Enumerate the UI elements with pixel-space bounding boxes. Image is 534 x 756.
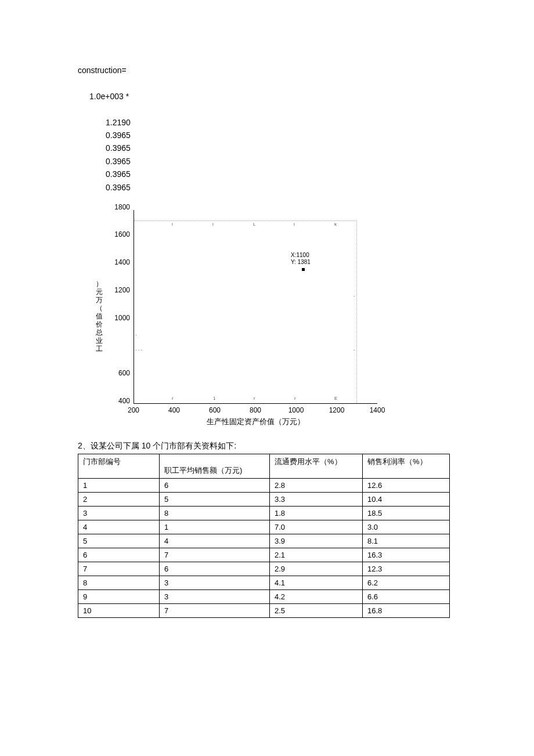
cell: 7 [78, 562, 160, 576]
table-row: 3 8 1.8 18.5 [78, 506, 450, 520]
matlab-output-block: construction= 1.0e+003 * 1.2190 0.3965 0… [78, 64, 534, 194]
cell: 4.1 [270, 576, 363, 589]
cell: 12.6 [363, 478, 450, 492]
plot-frame [134, 220, 357, 403]
cell: 3.9 [270, 534, 363, 548]
y-tick: 1800 [107, 203, 130, 211]
cell: 6.2 [363, 576, 450, 589]
value-row: 0.3965 [78, 142, 534, 154]
cell: 4.2 [270, 589, 363, 603]
y-tick: 1600 [107, 230, 130, 238]
axis-artifact: i [294, 222, 295, 227]
plot-area: i i L i k - - - - - - r 1 r r E X:1100 Y… [134, 210, 377, 404]
cell: 8 [78, 576, 160, 589]
data-point [302, 268, 305, 271]
axis-artifact: - - - [135, 347, 142, 352]
cell: 3.3 [270, 492, 363, 506]
cell: 7.0 [270, 520, 363, 534]
y-axis-label: ） 元 万 （ 值 价 总 业 工 [95, 280, 103, 353]
cell: 1.8 [270, 506, 363, 520]
axis-artifact: E [334, 396, 337, 401]
cell: 3 [160, 589, 270, 603]
cell: 5 [78, 534, 160, 548]
value-row: 1.2190 [78, 116, 534, 129]
x-axis-label: 生产性固定资产价值（万元） [134, 417, 377, 427]
cell: 16.8 [363, 603, 450, 617]
x-tick: 400 [168, 406, 180, 414]
col-cost-level: 流通费用水平（%） [270, 454, 363, 478]
table-row: 9 3 4.2 6.6 [78, 589, 450, 603]
axis-artifact: L [253, 222, 255, 227]
cell: 5 [160, 492, 270, 506]
cell: 16.3 [363, 548, 450, 562]
table-row: 5 4 3.9 8.1 [78, 534, 450, 548]
cell: 3 [78, 506, 160, 520]
y-tick: 1200 [107, 286, 130, 294]
question-2-table: 门市部编号 职工平均销售额（万元) 流通费用水平（%） 销售利润率（%） 1 6… [78, 454, 450, 618]
variable-name: construction= [78, 64, 534, 77]
cell: 4 [78, 520, 160, 534]
cell: 2.8 [270, 478, 363, 492]
cell: 3 [160, 576, 270, 589]
cell: 8 [160, 506, 270, 520]
x-tick: 600 [209, 406, 221, 414]
cell: 1 [160, 520, 270, 534]
cell: 4 [160, 534, 270, 548]
value-row: 0.3965 [78, 155, 534, 168]
cell: 10.4 [363, 492, 450, 506]
col-store-id: 门市部编号 [78, 454, 160, 478]
cell: 6 [78, 548, 160, 562]
table-row: 7 6 2.9 12.3 [78, 562, 450, 576]
axis-artifact: - [353, 347, 355, 352]
cell: 2.5 [270, 603, 363, 617]
cell: 6 [160, 478, 270, 492]
axis-artifact: i [172, 222, 173, 227]
table-row: 8 3 4.1 6.2 [78, 576, 450, 589]
table-row: 1 6 2.8 12.6 [78, 478, 450, 492]
cell: 7 [160, 548, 270, 562]
cell: 2.9 [270, 562, 363, 576]
cell: 18.5 [363, 506, 450, 520]
x-tick: 1400 [370, 406, 385, 414]
datatip-x: X:1100 [291, 252, 309, 258]
y-tick: 1400 [107, 258, 130, 266]
table-body: 1 6 2.8 12.6 2 5 3.3 10.4 3 8 1.8 18.5 4… [78, 478, 450, 617]
axis-artifact: r [172, 396, 174, 401]
cell: 2 [78, 492, 160, 506]
table-row: 2 5 3.3 10.4 [78, 492, 450, 506]
value-row: 0.3965 [78, 168, 534, 180]
scale-multiplier: 1.0e+003 * [78, 90, 534, 103]
x-tick: 200 [128, 406, 139, 414]
x-tick: 800 [250, 406, 261, 414]
axis-artifact: 1 [213, 396, 215, 401]
cell: 8.1 [363, 534, 450, 548]
table-row: 6 7 2.1 16.3 [78, 548, 450, 562]
table-row: 4 1 7.0 3.0 [78, 520, 450, 534]
cell: 12.3 [363, 562, 450, 576]
cell: 6.6 [363, 589, 450, 603]
datatip: X:1100 Y: 1381 [291, 252, 311, 266]
value-row: 0.3965 [78, 129, 534, 142]
datatip-y: Y: 1381 [291, 259, 311, 265]
cell: 10 [78, 603, 160, 617]
x-tick: 1200 [329, 406, 345, 414]
cell: 7 [160, 603, 270, 617]
axis-artifact: - [135, 332, 137, 337]
table-row: 10 7 2.5 16.8 [78, 603, 450, 617]
col-avg-sales: 职工平均销售额（万元) [160, 454, 270, 478]
col-profit-rate: 销售利润率（%） [363, 454, 450, 478]
cell: 6 [160, 562, 270, 576]
cell: 2.1 [270, 548, 363, 562]
cell: 1 [78, 478, 160, 492]
axis-artifact: - [353, 293, 355, 298]
question-2-heading: 2、设某公司下属 10 个门市部有关资料如下: [78, 441, 449, 451]
value-row: 0.3965 [78, 181, 534, 194]
axis-artifact: r [294, 396, 296, 401]
axis-artifact: r [254, 396, 255, 401]
table-header-row: 门市部编号 职工平均销售额（万元) 流通费用水平（%） 销售利润率（%） [78, 454, 450, 478]
x-tick: 1000 [288, 406, 304, 414]
scatter-chart: ） 元 万 （ 值 价 总 业 工 1800 1600 1400 1200 10… [95, 210, 391, 425]
document-page: construction= 1.0e+003 * 1.2190 0.3965 0… [0, 0, 534, 756]
cell: 9 [78, 589, 160, 603]
axis-artifact: k [334, 222, 337, 227]
